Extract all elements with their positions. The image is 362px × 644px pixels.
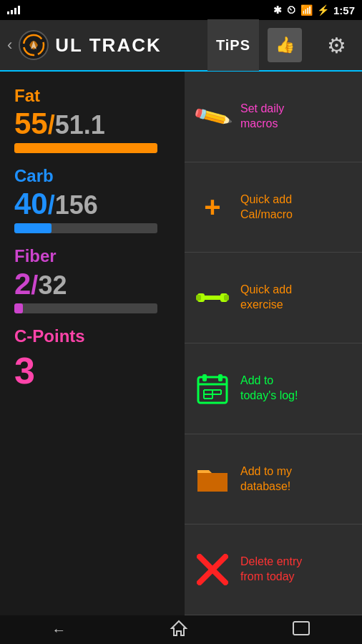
right-panel: ✏️ Set daily macros + Quick add Cal/macr… xyxy=(185,72,362,615)
add-to-database-label: Add to my database! xyxy=(240,464,292,494)
status-right: ✱ ⏲ 📶 ⚡ 1:57 xyxy=(273,4,355,16)
svg-rect-18 xyxy=(293,622,309,635)
status-left xyxy=(7,6,20,14)
add-to-database-button[interactable]: Add to my database! xyxy=(185,434,362,525)
quick-add-exercise-label: Quick add exercise xyxy=(240,283,292,313)
fiber-values: 2/32 xyxy=(14,269,170,299)
dumbbell-icon xyxy=(195,283,230,312)
bluetooth-icon: ✱ xyxy=(273,4,282,16)
app-bar-right: TiPS 👍 ⚙ xyxy=(207,19,362,71)
main-content: Fat 55/51.1 Carb 40/156 Fiber 2/32 xyxy=(0,72,362,615)
battery-icon: ⚡ xyxy=(317,4,329,16)
rate-button[interactable]: 👍 xyxy=(259,19,310,71)
app-bar: ‹ UL TRACK TiPS 👍 ⚙ xyxy=(0,20,362,72)
svg-rect-9 xyxy=(218,374,222,381)
fiber-label: Fiber xyxy=(14,246,170,266)
fat-values: 55/51.1 xyxy=(14,109,170,139)
calendar-icon xyxy=(195,373,230,404)
carb-values: 40/156 xyxy=(14,189,170,219)
folder-icon xyxy=(195,466,230,493)
back-icon[interactable]: ‹ xyxy=(7,36,12,54)
set-macros-button[interactable]: ✏️ Set daily macros xyxy=(185,72,362,162)
recent-button[interactable] xyxy=(292,620,310,640)
app-logo xyxy=(18,29,49,61)
add-to-log-label: Add to today's log! xyxy=(240,374,298,404)
alarm-icon: ⏲ xyxy=(286,4,296,16)
fat-label: Fat xyxy=(14,86,170,106)
fiber-goal: 32 xyxy=(38,270,67,300)
svg-rect-3 xyxy=(202,296,223,300)
cpoints-value: 3 xyxy=(14,349,170,392)
fat-progress-fill xyxy=(14,143,157,153)
delete-entry-button[interactable]: Delete entry from today xyxy=(185,525,362,615)
settings-icon: ⚙ xyxy=(327,33,346,58)
set-macros-label: Set daily macros xyxy=(240,102,284,132)
pencil-icon: ✏️ xyxy=(195,102,230,132)
fat-section: Fat 55/51.1 xyxy=(14,86,170,153)
time-display: 1:57 xyxy=(333,4,355,16)
quick-add-cal-label: Quick add Cal/macro xyxy=(240,192,293,223)
cpoints-label: C-Points xyxy=(14,326,170,346)
carb-current: 40 xyxy=(14,187,48,220)
svg-rect-4 xyxy=(196,295,201,301)
carb-goal: 156 xyxy=(55,190,98,220)
left-panel: Fat 55/51.1 Carb 40/156 Fiber 2/32 xyxy=(0,72,185,615)
fiber-section: Fiber 2/32 xyxy=(14,246,170,313)
app-bar-left: ‹ UL TRACK xyxy=(0,29,207,61)
carb-section: Carb 40/156 xyxy=(14,166,170,233)
cpoints-section: C-Points 3 xyxy=(14,326,170,392)
plus-icon: + xyxy=(195,191,230,223)
quick-add-cal-button[interactable]: + Quick add Cal/macro xyxy=(185,162,362,253)
svg-rect-8 xyxy=(202,374,207,381)
fiber-current: 2 xyxy=(14,267,31,301)
home-button[interactable] xyxy=(170,619,188,641)
fiber-progress-fill xyxy=(14,303,23,313)
svg-rect-5 xyxy=(224,295,229,301)
wifi-icon: 📶 xyxy=(300,4,313,16)
rate-icon: 👍 xyxy=(268,28,302,62)
delete-entry-label: Delete entry from today xyxy=(240,555,302,585)
bottom-nav: ← xyxy=(0,615,362,644)
quick-add-exercise-button[interactable]: Quick add exercise xyxy=(185,253,362,343)
carb-label: Carb xyxy=(14,166,170,186)
add-to-log-button[interactable]: Add to today's log! xyxy=(185,343,362,434)
signal-icon xyxy=(7,6,20,14)
x-icon xyxy=(195,554,230,585)
back-button[interactable]: ← xyxy=(52,622,66,638)
carb-progress-fill xyxy=(14,223,52,233)
carb-progress-bar xyxy=(14,223,157,233)
fat-goal: 51.1 xyxy=(55,110,105,140)
fat-progress-bar xyxy=(14,143,157,153)
status-bar: ✱ ⏲ 📶 ⚡ 1:57 xyxy=(0,0,362,20)
fiber-progress-bar xyxy=(14,303,157,313)
tips-button[interactable]: TiPS xyxy=(207,19,259,71)
app-title: UL TRACK xyxy=(55,34,161,57)
settings-button[interactable]: ⚙ xyxy=(310,19,362,71)
fat-current: 55 xyxy=(14,107,48,140)
